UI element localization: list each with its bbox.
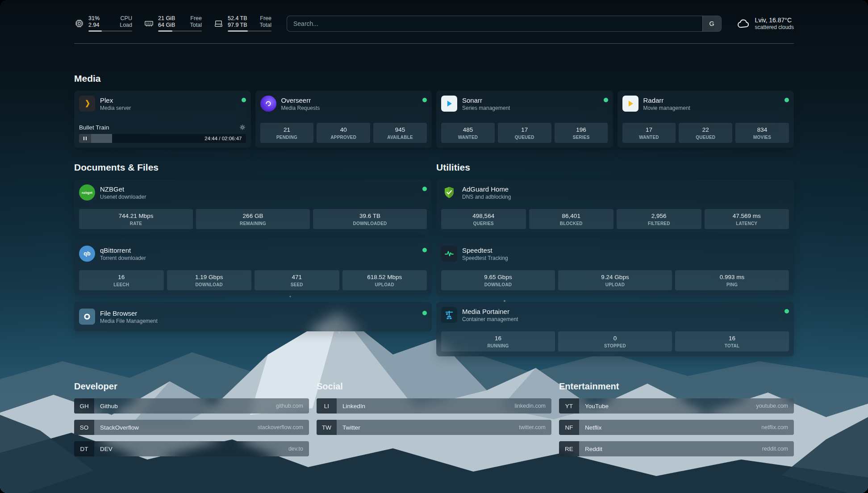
playback-progress-track[interactable] [91,134,200,143]
utilities-column: Utilities [436,148,794,356]
bookmark-abbr: LI [317,398,337,414]
disk-icon [213,18,224,29]
pause-icon [83,137,84,140]
playback-progress-fill [91,134,112,143]
stat-value: 834 [736,126,788,134]
bookmark-stackoverflow[interactable]: SO StackOverflow stackoverflow.com [74,420,309,435]
bookmark-group-social: Social LI LinkedIn linkedin.com TW Twitt… [317,381,551,463]
nzbget-card[interactable]: nzbget NZBGet Usenet downloader 744.21 M… [74,180,432,234]
plex-card[interactable]: Plex Media server Bullet Train [74,91,251,148]
radarr-icon [622,96,638,112]
stat-value: 9.24 Gbps [559,274,671,281]
status-dot [242,98,246,102]
cloud-icon [737,17,750,30]
search-input[interactable] [287,16,702,31]
portainer-card[interactable]: Media Portainer Container management 16R… [436,302,794,356]
stat-box: 40APPROVED [317,123,370,143]
stat-value: 744.21 Mbps [80,213,192,220]
filebrowser-card[interactable]: File Browser Media File Management [74,302,432,331]
bookmark-abbr: GH [74,398,94,414]
header-divider [74,43,794,44]
status-dot [422,187,427,191]
disk-widget: 52.4 TBFree 97.9 TBTotal [213,15,271,32]
service-subtitle: Torrent downloader [100,255,146,262]
sonarr-card[interactable]: Sonarr Series management 485WANTED 17QUE… [436,91,613,148]
service-name: qBittorrent [100,246,146,255]
stat-value: 16 [80,274,163,281]
stat-label: REMAINING [197,221,309,226]
portainer-icon [441,307,457,323]
bookmark-abbr: DT [74,441,94,456]
status-dot [785,309,789,313]
stat-label: MOVIES [736,135,788,140]
bookmark-name: Reddit [579,446,602,452]
stat-value: 47.569 ms [705,213,789,220]
memory-progress-bar [158,30,202,32]
service-name: Radarr [643,96,690,104]
stats-row: 9.65 GbpsDOWNLOAD 9.24 GbpsUPLOAD 0.993 … [441,270,789,290]
gear-icon[interactable] [239,124,246,131]
stat-box: 945AVAILABLE [373,123,427,143]
stats-row: 16LEECH 1.19 GbpsDOWNLOAD 471SEED 618.52… [79,270,427,290]
speedtest-icon [441,246,457,262]
bookmark-domain: youtube.com [756,403,794,409]
memory-total-label: Total [190,22,202,29]
overseerr-card[interactable]: Overseerr Media Requests 21PENDING 40APP… [255,91,432,148]
service-name: Plex [100,96,131,104]
stat-label: RATE [80,221,192,226]
stat-value: 471 [255,274,338,281]
bookmark-github[interactable]: GH Github github.com [74,398,309,414]
bookmark-netflix[interactable]: NF Netflix netflix.com [559,420,794,435]
stat-box: 485WANTED [441,123,495,143]
bookmark-dev[interactable]: DT DEV dev.to [74,441,309,456]
stat-label: DOWNLOAD [442,282,554,287]
stat-box: 0STOPPED [558,331,672,351]
documents-column: Documents & Files nzbget NZBGet Usenet d… [74,148,432,331]
nzbget-icon: nzbget [79,184,95,201]
service-name: Sonarr [462,96,510,104]
search-provider-button[interactable]: G [702,16,721,31]
stat-label: LEECH [80,282,163,287]
bookmark-domain: stackoverflow.com [258,424,309,430]
stat-value: 498,564 [442,213,525,220]
service-subtitle: Media File Management [100,318,158,325]
stat-label: QUEUED [499,135,551,140]
stat-box: 2,956FILTERED [617,209,701,229]
service-name: Speedtest [462,246,508,255]
bookmark-twitter[interactable]: TW Twitter twitter.com [317,420,551,435]
stat-box: 86,401BLOCKED [529,209,614,229]
service-subtitle: Speedtest Tracking [462,255,508,262]
qbittorrent-card[interactable]: qb qBittorrent Torrent downloader 16LEEC… [74,241,432,295]
stat-box: 0.993 msPING [675,270,789,290]
stat-label: WANTED [623,135,675,140]
search-bar: G [287,16,722,32]
bookmark-name: DEV [94,446,113,452]
service-subtitle: Usenet downloader [100,194,146,201]
bookmark-linkedin[interactable]: LI LinkedIn linkedin.com [317,398,551,414]
disk-progress-fill [228,30,248,32]
bookmark-abbr: YT [559,398,579,414]
stats-row: 17WANTED 22QUEUED 834MOVIES [622,123,789,143]
radarr-card[interactable]: Radarr Movie management 17WANTED 22QUEUE… [618,91,794,148]
bookmark-name: YouTube [579,403,609,409]
playback-time: 24:44 / 02:06:47 [200,136,246,141]
stat-value: 40 [317,126,369,134]
bookmark-domain: dev.to [288,446,309,452]
service-name: Media Portainer [462,307,518,316]
bookmark-reddit[interactable]: RE Reddit reddit.com [559,441,794,456]
top-bar: 31%CPU 2.94Load 21 GiBFree 64 GiBTotal [74,15,794,32]
bookmark-name: Netflix [579,424,602,431]
adguard-icon [441,184,457,201]
status-dot [422,311,427,315]
speedtest-card[interactable]: Speedtest Speedtest Tracking 9.65 GbpsDO… [436,241,794,295]
bookmark-group-title: Developer [74,381,309,392]
adguard-card[interactable]: AdGuard Home DNS and adblocking 498,564Q… [436,180,794,234]
cpu-progress-fill [88,30,102,32]
pause-button[interactable] [79,134,91,143]
stat-label: QUEUED [680,135,731,140]
memory-free-value: 21 GiB [158,15,175,22]
stat-value: 16 [442,335,554,342]
bookmark-youtube[interactable]: YT YouTube youtube.com [559,398,794,414]
sonarr-icon [441,96,457,112]
bookmark-abbr: RE [559,441,579,456]
